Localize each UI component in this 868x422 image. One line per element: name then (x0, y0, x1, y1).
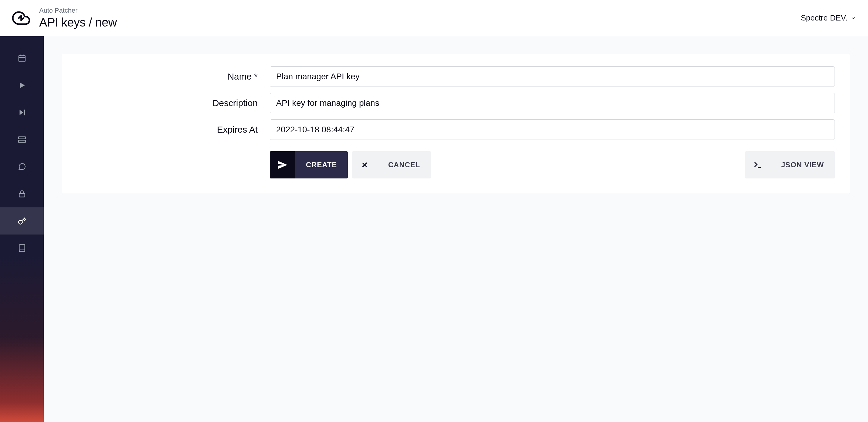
json-view-button[interactable]: JSON VIEW (745, 151, 835, 178)
send-icon (270, 151, 295, 178)
book-icon (18, 244, 26, 252)
app-name: Auto Patcher (39, 7, 117, 14)
main-content: Name * Description Expires At (44, 36, 868, 422)
account-switcher[interactable]: Spectre DEV. (801, 13, 856, 23)
svg-rect-0 (19, 56, 25, 62)
actions-row: CREATE CANCEL JSON VIEW (77, 151, 835, 178)
form-row-description: Description (77, 93, 835, 113)
sidebar-item-play[interactable] (0, 72, 44, 99)
description-label: Description (77, 98, 270, 108)
form-card: Name * Description Expires At (62, 54, 850, 193)
create-button[interactable]: CREATE (270, 151, 348, 178)
svg-rect-6 (24, 110, 25, 116)
app-logo (12, 9, 30, 27)
cancel-button[interactable]: CANCEL (352, 151, 431, 178)
sidebar (0, 36, 44, 422)
key-icon (18, 217, 26, 225)
expires-label: Expires At (77, 124, 270, 135)
server-icon (18, 135, 26, 144)
svg-rect-8 (19, 140, 25, 142)
chevron-down-icon (850, 16, 856, 21)
sidebar-item-chat[interactable] (0, 153, 44, 180)
name-input[interactable] (270, 66, 835, 87)
sidebar-item-docs[interactable] (0, 235, 44, 262)
create-button-label: CREATE (295, 151, 348, 178)
description-input[interactable] (270, 93, 835, 113)
form-row-expires: Expires At (77, 119, 835, 140)
svg-rect-7 (19, 137, 25, 139)
svg-marker-5 (19, 110, 23, 116)
sidebar-item-lock[interactable] (0, 180, 44, 207)
sidebar-item-servers[interactable] (0, 126, 44, 153)
sidebar-item-step[interactable] (0, 99, 44, 126)
app-header: Auto Patcher API keys / new Spectre DEV. (0, 0, 868, 36)
form-row-name: Name * (77, 66, 835, 87)
terminal-icon (745, 151, 770, 178)
name-label: Name * (77, 71, 270, 82)
close-icon (352, 151, 377, 178)
svg-rect-11 (19, 193, 25, 197)
chat-icon (18, 162, 26, 171)
cancel-button-label: CANCEL (377, 161, 431, 169)
calendar-icon (18, 54, 26, 62)
header-titles: Auto Patcher API keys / new (39, 7, 117, 29)
json-view-button-label: JSON VIEW (770, 161, 835, 169)
play-icon (18, 81, 26, 90)
svg-marker-4 (20, 83, 25, 88)
step-forward-icon (18, 108, 26, 117)
expires-input[interactable] (270, 119, 835, 140)
sidebar-item-api-keys[interactable] (0, 207, 44, 235)
lock-icon (18, 190, 26, 198)
sidebar-item-calendar[interactable] (0, 44, 44, 72)
account-label: Spectre DEV. (801, 13, 847, 23)
page-title: API keys / new (39, 16, 117, 29)
